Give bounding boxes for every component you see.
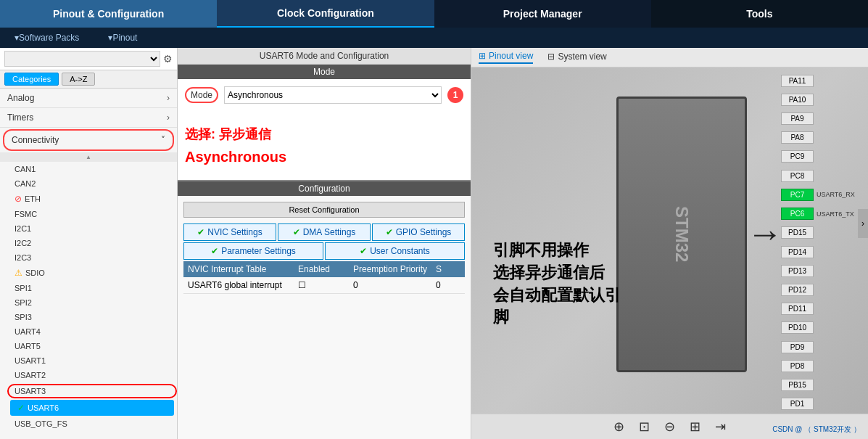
nav-pinout[interactable]: Pinout & Configuration (0, 0, 217, 28)
pin-pa11: PA11 (781, 71, 868, 90)
pin-pd14: PD14 (781, 242, 868, 261)
pin-pc6-label: USART6_TX (814, 210, 854, 218)
pin-pd12: PD12 (781, 280, 868, 299)
pin-box-pa8[interactable]: PA8 (781, 131, 814, 144)
chip-label: STM32 (671, 206, 692, 262)
subitem-spi3[interactable]: SPI3 (7, 310, 177, 324)
category-analog[interactable]: Analog › (0, 89, 177, 108)
pin-box-pc8[interactable]: PC8 (781, 170, 814, 182)
watermark-text: CSDN @ （ STM32开发 ） (772, 424, 861, 435)
ok-icon: ✔ (386, 227, 393, 237)
subitem-uart5[interactable]: UART5 (7, 339, 177, 353)
subitem-eth[interactable]: ⊘ ETH (7, 191, 177, 207)
subitem-usb-otg-fs[interactable]: USB_OTG_FS (7, 417, 177, 431)
tab-pinout-view[interactable]: ⊞ Pinout view (479, 51, 533, 64)
subitem-spi1[interactable]: SPI1 (7, 281, 177, 295)
chevron-right-icon: › (167, 93, 170, 103)
cn-text-line3: 会自动配置默认引脚 (493, 284, 624, 329)
pin-pd10: PD10 (781, 319, 868, 337)
zoom-out-icon[interactable]: ⊖ (664, 419, 675, 435)
tab-az[interactable]: A->Z (62, 73, 95, 86)
pin-box-pd8[interactable]: PD8 (781, 360, 814, 372)
pin-box-pc9[interactable]: PC9 (781, 150, 814, 163)
tab-nvic-settings[interactable]: ✔ NVIC Settings (183, 223, 276, 241)
subitem-uart4[interactable]: UART4 (7, 324, 177, 339)
subitem-usart6[interactable]: ✓ USART6 (10, 400, 174, 416)
pin-box-pd9[interactable]: PD9 (781, 341, 814, 353)
pin-box-pd15[interactable]: PD15 (781, 226, 814, 239)
tab-user-constants[interactable]: ✔ User Constants (325, 242, 465, 260)
subitem-can2[interactable]: CAN2 (7, 176, 177, 191)
pin-box-pd11[interactable]: PD11 (781, 303, 814, 315)
chevron-down-icon: ˅ (161, 135, 165, 145)
tab-system-view[interactable]: ⊟ System view (547, 52, 606, 63)
ok-icon: ✔ (197, 227, 204, 237)
pin-box-pd1[interactable]: PD1 (781, 398, 814, 410)
scroll-indicator[interactable]: › (858, 209, 868, 238)
subnav-software-packs[interactable]: ▾ Software Packs (0, 28, 94, 48)
config-header: Configuration (178, 181, 471, 196)
left-panel: ⚙ Categories A->Z Analog › Timers › Conn… (0, 48, 178, 439)
mode-select[interactable]: Disable Asynchronous Synchronous (224, 86, 442, 104)
ok-icon: ✔ (360, 246, 367, 256)
pin-box-pd14[interactable]: PD14 (781, 246, 814, 258)
error-icon: ⊘ (15, 194, 22, 204)
pin-box-pa10[interactable]: PA10 (781, 94, 814, 106)
table-row: USART6 global interrupt ☐ 0 0 (183, 277, 465, 294)
subitem-i2c2[interactable]: I2C2 (7, 236, 177, 250)
check-icon: ✓ (17, 403, 25, 413)
pin-pa10: PA10 (781, 90, 868, 109)
pin-pc7-label: USART6_RX (814, 191, 855, 198)
subitem-spi2[interactable]: SPI2 (7, 295, 177, 310)
subitem-usart3[interactable]: USART3 (7, 384, 177, 398)
subitem-usart2[interactable]: USART2 (7, 368, 177, 382)
tab-dma-settings[interactable]: ✔ DMA Settings (278, 223, 371, 241)
pin-box-pd10[interactable]: PD10 (781, 321, 814, 334)
instruction-box: 选择: 异步通信 Asynchronous (178, 111, 471, 180)
cn-text-line1: 引脚不用操作 (493, 239, 624, 262)
nav-tools[interactable]: Tools (651, 0, 868, 28)
tab-gpio-settings[interactable]: ✔ GPIO Settings (372, 223, 465, 241)
reset-config-button[interactable]: Reset Configuration (183, 202, 465, 218)
subitem-usart1[interactable]: USART1 (7, 353, 177, 368)
subitem-can1[interactable]: CAN1 (7, 162, 177, 176)
pinout-view-icon: ⊞ (479, 51, 486, 61)
export-icon[interactable]: ⊞ (690, 419, 700, 435)
pin-labels: PA11 PA10 PA9 PA8 PC9 PC8 PC7 (781, 67, 868, 414)
bottom-toolbar: ⊕ ⊡ ⊖ ⊞ ⇥ CSDN @ （ STM32开发 ） (471, 414, 868, 439)
nav-clock[interactable]: Clock Configuration (217, 0, 434, 28)
nav-project[interactable]: Project Manager (434, 0, 651, 28)
tab-parameter-settings[interactable]: ✔ Parameter Settings (183, 242, 323, 260)
subitem-fsmc[interactable]: FSMC (7, 207, 177, 221)
tab-categories[interactable]: Categories (4, 73, 59, 86)
mode-label: Mode (185, 87, 218, 103)
subitem-sdio[interactable]: ⚠ SDIO (7, 265, 177, 281)
gear-icon[interactable]: ⚙ (163, 53, 173, 65)
mode-row: Mode Disable Asynchronous Synchronous 1 (178, 79, 471, 111)
top-nav: Pinout & Configuration Clock Configurati… (0, 0, 868, 28)
category-connectivity[interactable]: Connectivity ˅ (3, 129, 174, 151)
settings-icon[interactable]: ⇥ (715, 419, 726, 435)
pin-box-pa9[interactable]: PA9 (781, 112, 814, 125)
category-timers[interactable]: Timers › (0, 108, 177, 128)
subitem-i2c3[interactable]: I2C3 (7, 250, 177, 265)
settings-tabs-row2: ✔ Parameter Settings ✔ User Constants (183, 242, 465, 260)
subitem-i2c1[interactable]: I2C1 (7, 221, 177, 236)
pin-pc8: PC8 (781, 166, 868, 185)
instruction-line1: 选择: 异步通信 (185, 126, 463, 143)
search-input[interactable] (4, 51, 160, 67)
fit-view-icon[interactable]: ⊡ (639, 419, 650, 435)
pin-box-pc7[interactable]: PC7 (781, 189, 814, 201)
subnav-pinout[interactable]: ▾ Pinout (94, 28, 152, 48)
pin-box-pb15[interactable]: PB15 (781, 379, 814, 391)
zoom-in-icon[interactable]: ⊕ (613, 419, 624, 435)
pin-box-pa11[interactable]: PA11 (781, 75, 814, 87)
cn-text-line2: 选择异步通信后 (493, 262, 624, 284)
pin-box-pc6[interactable]: PC6 (781, 208, 814, 220)
pin-box-pd12[interactable]: PD12 (781, 284, 814, 296)
pin-pd15: PD15 (781, 223, 868, 242)
pin-pa9: PA9 (781, 109, 868, 128)
config-section: Configuration Reset Configuration ✔ NVIC… (178, 181, 471, 439)
pin-box-pd13[interactable]: PD13 (781, 265, 814, 277)
warning-icon: ⚠ (15, 268, 22, 278)
